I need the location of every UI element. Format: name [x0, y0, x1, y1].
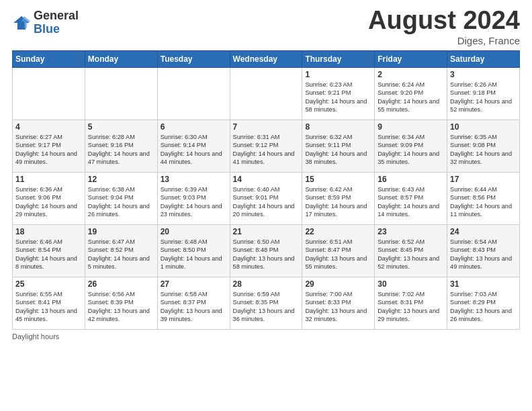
table-row: 15Sunrise: 6:42 AM Sunset: 8:59 PM Dayli…	[302, 172, 375, 224]
day-number: 13	[161, 175, 227, 184]
day-info: Sunrise: 6:54 AM Sunset: 8:43 PM Dayligh…	[450, 238, 517, 271]
day-number: 31	[450, 279, 517, 289]
day-info: Sunrise: 6:42 AM Sunset: 8:59 PM Dayligh…	[305, 185, 371, 219]
day-number: 21	[233, 227, 300, 236]
day-info: Sunrise: 7:00 AM Sunset: 8:33 PM Dayligh…	[305, 290, 371, 324]
calendar-row: 18Sunrise: 6:46 AM Sunset: 8:54 PM Dayli…	[13, 224, 520, 277]
day-number: 8	[305, 122, 371, 132]
day-info: Sunrise: 6:28 AM Sunset: 9:16 PM Dayligh…	[88, 133, 154, 167]
day-number: 14	[233, 175, 300, 184]
day-number: 27	[161, 279, 227, 289]
day-info: Sunrise: 6:31 AM Sunset: 9:12 PM Dayligh…	[233, 133, 300, 167]
day-number: 24	[450, 227, 517, 236]
table-row: 17Sunrise: 6:44 AM Sunset: 8:56 PM Dayli…	[447, 172, 520, 224]
col-thu: Thursday	[302, 50, 375, 67]
table-row	[230, 67, 302, 120]
day-info: Sunrise: 6:46 AM Sunset: 8:54 PM Dayligh…	[15, 238, 82, 271]
day-number: 17	[450, 175, 517, 184]
day-number: 29	[305, 279, 371, 289]
day-info: Sunrise: 6:26 AM Sunset: 9:18 PM Dayligh…	[450, 81, 517, 114]
day-number: 26	[88, 279, 154, 289]
day-number: 12	[88, 175, 154, 184]
col-sun: Sunday	[13, 50, 85, 67]
calendar-row: 25Sunrise: 6:55 AM Sunset: 8:41 PM Dayli…	[13, 277, 520, 329]
day-number: 4	[15, 122, 82, 132]
day-info: Sunrise: 6:51 AM Sunset: 8:47 PM Dayligh…	[305, 238, 371, 271]
day-number: 15	[305, 175, 371, 184]
logo-general: General	[34, 9, 79, 23]
col-sat: Saturday	[447, 50, 520, 67]
day-info: Sunrise: 7:02 AM Sunset: 8:31 PM Dayligh…	[378, 290, 444, 324]
day-number: 3	[450, 70, 517, 79]
table-row: 26Sunrise: 6:56 AM Sunset: 8:39 PM Dayli…	[85, 277, 157, 329]
day-number: 19	[88, 227, 154, 236]
header-row: Sunday Monday Tuesday Wednesday Thursday…	[13, 50, 520, 67]
day-number: 18	[15, 227, 82, 236]
page: General Blue August 2024 Diges, France S…	[0, 0, 532, 347]
day-info: Sunrise: 6:48 AM Sunset: 8:50 PM Dayligh…	[161, 238, 227, 271]
table-row: 31Sunrise: 7:03 AM Sunset: 8:29 PM Dayli…	[447, 277, 520, 329]
table-row: 29Sunrise: 7:00 AM Sunset: 8:33 PM Dayli…	[302, 277, 375, 329]
table-row: 8Sunrise: 6:32 AM Sunset: 9:11 PM Daylig…	[302, 120, 375, 172]
table-row: 12Sunrise: 6:38 AM Sunset: 9:04 PM Dayli…	[85, 172, 157, 224]
day-info: Sunrise: 6:36 AM Sunset: 9:06 PM Dayligh…	[15, 185, 82, 219]
table-row: 13Sunrise: 6:39 AM Sunset: 9:03 PM Dayli…	[157, 172, 230, 224]
table-row: 11Sunrise: 6:36 AM Sunset: 9:06 PM Dayli…	[13, 172, 85, 224]
day-info: Sunrise: 6:23 AM Sunset: 9:21 PM Dayligh…	[305, 81, 371, 114]
day-info: Sunrise: 6:44 AM Sunset: 8:56 PM Dayligh…	[450, 185, 517, 219]
table-row	[13, 67, 85, 120]
table-row: 21Sunrise: 6:50 AM Sunset: 8:48 PM Dayli…	[230, 224, 302, 277]
table-row: 22Sunrise: 6:51 AM Sunset: 8:47 PM Dayli…	[302, 224, 375, 277]
table-row: 4Sunrise: 6:27 AM Sunset: 9:17 PM Daylig…	[13, 120, 85, 172]
day-info: Sunrise: 6:50 AM Sunset: 8:48 PM Dayligh…	[233, 238, 300, 271]
table-row: 25Sunrise: 6:55 AM Sunset: 8:41 PM Dayli…	[13, 277, 85, 329]
footer-note: Daylight hours	[12, 332, 520, 340]
day-info: Sunrise: 6:35 AM Sunset: 9:08 PM Dayligh…	[450, 133, 517, 167]
day-number: 1	[305, 70, 371, 79]
col-tue: Tuesday	[157, 50, 230, 67]
day-info: Sunrise: 6:47 AM Sunset: 8:52 PM Dayligh…	[88, 238, 154, 271]
day-number: 7	[233, 122, 300, 132]
logo: General Blue	[12, 9, 79, 36]
day-number: 20	[161, 227, 227, 236]
table-row: 19Sunrise: 6:47 AM Sunset: 8:52 PM Dayli…	[85, 224, 157, 277]
day-number: 10	[450, 122, 517, 132]
col-wed: Wednesday	[230, 50, 302, 67]
header: General Blue August 2024 Diges, France	[12, 7, 520, 46]
calendar-table: Sunday Monday Tuesday Wednesday Thursday…	[12, 50, 520, 330]
day-number: 30	[378, 279, 444, 289]
day-info: Sunrise: 6:58 AM Sunset: 8:37 PM Dayligh…	[161, 290, 227, 324]
location: Diges, France	[368, 35, 520, 46]
table-row: 18Sunrise: 6:46 AM Sunset: 8:54 PM Dayli…	[13, 224, 85, 277]
svg-marker-0	[13, 16, 30, 30]
day-number: 5	[88, 122, 154, 132]
table-row: 6Sunrise: 6:30 AM Sunset: 9:14 PM Daylig…	[157, 120, 230, 172]
day-number: 28	[233, 279, 300, 289]
table-row: 16Sunrise: 6:43 AM Sunset: 8:57 PM Dayli…	[375, 172, 447, 224]
day-number: 23	[378, 227, 444, 236]
table-row: 24Sunrise: 6:54 AM Sunset: 8:43 PM Dayli…	[447, 224, 520, 277]
logo-icon	[12, 13, 31, 32]
table-row: 20Sunrise: 6:48 AM Sunset: 8:50 PM Dayli…	[157, 224, 230, 277]
day-info: Sunrise: 6:40 AM Sunset: 9:01 PM Dayligh…	[233, 185, 300, 219]
day-number: 11	[15, 175, 82, 184]
col-fri: Friday	[375, 50, 447, 67]
day-info: Sunrise: 6:27 AM Sunset: 9:17 PM Dayligh…	[15, 133, 82, 167]
logo-blue: Blue	[34, 23, 79, 36]
day-number: 25	[15, 279, 82, 289]
day-info: Sunrise: 6:32 AM Sunset: 9:11 PM Dayligh…	[305, 133, 371, 167]
logo-text: General Blue	[34, 9, 79, 36]
day-info: Sunrise: 6:59 AM Sunset: 8:35 PM Dayligh…	[233, 290, 300, 324]
table-row: 2Sunrise: 6:24 AM Sunset: 9:20 PM Daylig…	[375, 67, 447, 120]
day-info: Sunrise: 7:03 AM Sunset: 8:29 PM Dayligh…	[450, 290, 517, 324]
day-info: Sunrise: 6:30 AM Sunset: 9:14 PM Dayligh…	[161, 133, 227, 167]
day-info: Sunrise: 6:38 AM Sunset: 9:04 PM Dayligh…	[88, 185, 154, 219]
title-block: August 2024 Diges, France	[368, 7, 520, 46]
table-row	[157, 67, 230, 120]
day-number: 16	[378, 175, 444, 184]
table-row: 23Sunrise: 6:52 AM Sunset: 8:45 PM Dayli…	[375, 224, 447, 277]
table-row: 10Sunrise: 6:35 AM Sunset: 9:08 PM Dayli…	[447, 120, 520, 172]
month-title: August 2024	[368, 7, 520, 35]
table-row: 30Sunrise: 7:02 AM Sunset: 8:31 PM Dayli…	[375, 277, 447, 329]
day-number: 22	[305, 227, 371, 236]
